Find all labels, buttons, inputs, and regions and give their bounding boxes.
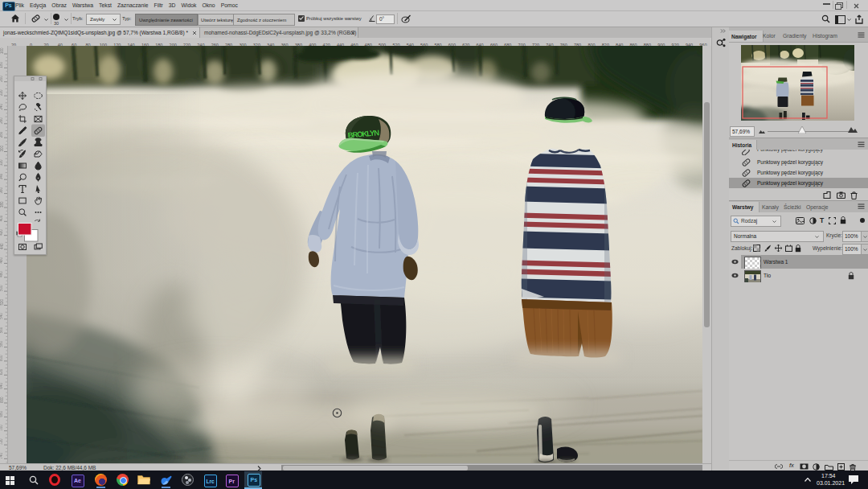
svg-text:720: 720 xyxy=(0,438,4,445)
svg-text:320: 320 xyxy=(0,159,4,166)
svg-text:360: 360 xyxy=(0,187,4,194)
svg-text:520: 520 xyxy=(0,298,4,305)
svg-text:200: 200 xyxy=(0,76,4,82)
svg-text:180: 180 xyxy=(0,61,4,68)
svg-text:580: 580 xyxy=(0,341,4,347)
svg-text:160: 160 xyxy=(0,47,4,54)
svg-text:660: 660 xyxy=(0,397,4,403)
svg-text:740: 740 xyxy=(0,452,4,458)
svg-text:440: 440 xyxy=(0,243,4,249)
svg-text:420: 420 xyxy=(0,229,4,236)
svg-text:280: 280 xyxy=(0,131,4,138)
svg-text:640: 640 xyxy=(0,383,4,389)
svg-text:620: 620 xyxy=(0,368,4,375)
svg-text:240: 240 xyxy=(0,103,4,109)
svg-text:260: 260 xyxy=(0,117,4,124)
svg-text:500: 500 xyxy=(0,285,4,291)
svg-text:300: 300 xyxy=(0,145,4,151)
svg-text:380: 380 xyxy=(0,201,4,208)
svg-text:340: 340 xyxy=(0,173,4,179)
svg-text:560: 560 xyxy=(0,327,4,333)
svg-text:220: 220 xyxy=(0,89,4,96)
svg-text:600: 600 xyxy=(0,355,4,361)
svg-text:680: 680 xyxy=(0,410,4,417)
svg-text:700: 700 xyxy=(0,425,4,431)
svg-text:480: 480 xyxy=(0,271,4,277)
svg-text:460: 460 xyxy=(0,257,4,263)
svg-text:400: 400 xyxy=(0,215,4,221)
svg-text:540: 540 xyxy=(0,313,4,319)
